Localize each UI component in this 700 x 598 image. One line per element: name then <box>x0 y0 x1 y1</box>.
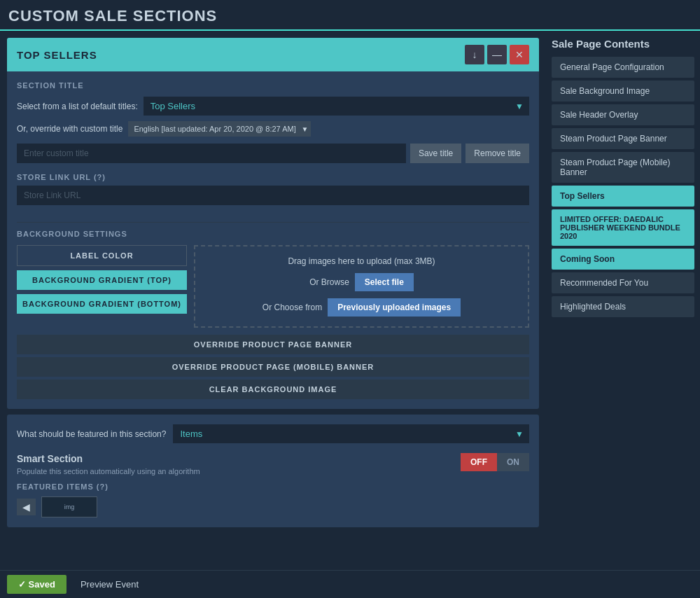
section-header-title: TOP SELLERS <box>17 49 465 61</box>
feature-select[interactable]: Items <box>173 424 529 443</box>
sidebar-item-coming-soon[interactable]: Coming Soon <box>552 249 694 270</box>
toggle-off-button[interactable]: OFF <box>461 453 497 471</box>
sidebar-item-top-sellers[interactable]: Top Sellers <box>552 186 694 207</box>
default-title-select-wrapper[interactable]: Top Sellers ▼ <box>144 97 529 116</box>
divider-1 <box>17 222 529 223</box>
sidebar-item-limited-offer[interactable]: LIMITED OFFER: DAEDALIC PUBLISHER WEEKEN… <box>552 209 694 246</box>
custom-title-input[interactable] <box>17 144 406 163</box>
smart-section-desc: Populate this section automatically usin… <box>17 467 200 475</box>
bg-upload-area: Drag images here to upload (max 3MB) Or … <box>194 245 529 328</box>
custom-title-row: Save title Remove title <box>17 144 529 163</box>
default-title-select[interactable]: Top Sellers <box>144 97 529 116</box>
override-mobile-banner-button[interactable]: OVERRIDE PRODUCT PAGE (MOBILE) BANNER <box>17 357 529 377</box>
sidebar-item-recommended[interactable]: Recommended For You <box>552 272 694 293</box>
previously-uploaded-button[interactable]: Previously uploaded images <box>328 298 461 317</box>
bg-buttons-col: LABEL COLOR BACKGROUND GRADIENT (TOP) BA… <box>17 245 187 328</box>
sidebar-item-general-page-config[interactable]: General Page Configuration <box>552 57 694 78</box>
bottom-bar: ✓ Saved Preview Event <box>0 570 700 598</box>
sidebar-item-sale-header-overlay[interactable]: Sale Header Overlay <box>552 104 694 125</box>
featured-item-arrow-button[interactable]: ◀ <box>17 499 36 515</box>
feature-card: What should be featured in this section?… <box>7 415 539 527</box>
featured-item-thumbnail: img <box>41 496 97 517</box>
browse-row: Or Browse Select file <box>205 273 518 291</box>
override-row: Or, override with custom title English [… <box>17 121 529 137</box>
section-title-label: SECTION TITLE <box>17 81 529 90</box>
or-browse-label: Or Browse <box>309 277 349 287</box>
sidebar-item-steam-mobile-banner[interactable]: Steam Product Page (Mobile) Banner <box>552 152 694 183</box>
lang-select[interactable]: English [last updated: Apr 20, 2020 @ 8:… <box>128 121 311 137</box>
store-link-label: STORE LINK URL (?) <box>17 173 529 181</box>
section-header-buttons: ↓ — ✕ <box>465 45 529 64</box>
bg-settings-grid: LABEL COLOR BACKGROUND GRADIENT (TOP) BA… <box>17 245 529 328</box>
left-panel: TOP SELLERS ↓ — ✕ SECTION TITLE Select f… <box>0 31 546 570</box>
save-title-button[interactable]: Save title <box>410 144 461 163</box>
sidebar-item-steam-product-page-banner[interactable]: Steam Product Page Banner <box>552 128 694 149</box>
or-choose-label: Or Choose from <box>262 303 322 312</box>
smart-section-info: Smart Section Populate this section auto… <box>17 453 200 475</box>
move-down-button[interactable]: ↓ <box>465 45 484 64</box>
bg-settings-label: BACKGROUND SETTINGS <box>17 230 529 238</box>
drag-text: Drag images here to upload (max 3MB) <box>205 256 518 266</box>
override-label: Or, override with custom title <box>17 124 122 134</box>
sidebar-item-sale-background-image[interactable]: Sale Background Image <box>552 81 694 102</box>
section-header: TOP SELLERS ↓ — ✕ <box>7 38 539 71</box>
sidebar-title: Sale Page Contents <box>552 38 694 50</box>
top-sellers-card: TOP SELLERS ↓ — ✕ SECTION TITLE Select f… <box>7 38 539 409</box>
close-button[interactable]: ✕ <box>510 45 529 64</box>
default-titles-label: Select from a list of default titles: <box>17 102 138 111</box>
preview-event-button[interactable]: Preview Event <box>74 575 146 594</box>
feature-row: What should be featured in this section?… <box>17 424 529 443</box>
lang-select-wrapper[interactable]: English [last updated: Apr 20, 2020 @ 8:… <box>128 121 311 137</box>
right-sidebar: Sale Page Contents General Page Configur… <box>546 31 700 570</box>
featured-items-row: ◀ img <box>17 496 529 517</box>
page-title: CUSTOM SALE SECTIONS <box>8 7 692 25</box>
override-product-banner-button[interactable]: OVERRIDE PRODUCT PAGE BANNER <box>17 335 529 354</box>
bg-gradient-bottom-button[interactable]: BACKGROUND GRADIENT (BOTTOM) <box>17 294 187 314</box>
choose-row: Or Choose from Previously uploaded image… <box>205 298 518 317</box>
remove-title-button[interactable]: Remove title <box>465 144 529 163</box>
main-layout: TOP SELLERS ↓ — ✕ SECTION TITLE Select f… <box>0 31 700 570</box>
bg-action-buttons: OVERRIDE PRODUCT PAGE BANNER OVERRIDE PR… <box>17 335 529 399</box>
section-body: SECTION TITLE Select from a list of defa… <box>7 71 539 409</box>
toggle-on-button[interactable]: ON <box>497 453 529 471</box>
sidebar-item-highlighted-deals[interactable]: Highlighted Deals <box>552 296 694 317</box>
toggle-group: OFF ON <box>461 453 529 471</box>
clear-background-button[interactable]: CLEAR BACKGROUND IMAGE <box>17 380 529 399</box>
smart-section-row: Smart Section Populate this section auto… <box>17 453 529 475</box>
saved-button[interactable]: ✓ Saved <box>7 575 66 594</box>
collapse-button[interactable]: — <box>487 45 507 64</box>
featured-items-label: FEATURED ITEMS (?) <box>17 482 529 491</box>
top-title-bar: CUSTOM SALE SECTIONS <box>0 0 700 31</box>
smart-section-title: Smart Section <box>17 453 200 464</box>
default-title-row: Select from a list of default titles: To… <box>17 97 529 116</box>
feature-question: What should be featured in this section? <box>17 429 166 439</box>
bg-gradient-top-button[interactable]: BACKGROUND GRADIENT (TOP) <box>17 270 187 290</box>
label-color-button[interactable]: LABEL COLOR <box>17 245 187 266</box>
select-file-button[interactable]: Select file <box>355 273 414 291</box>
feature-select-wrapper[interactable]: Items ▼ <box>173 424 529 443</box>
store-link-input[interactable] <box>17 186 529 205</box>
